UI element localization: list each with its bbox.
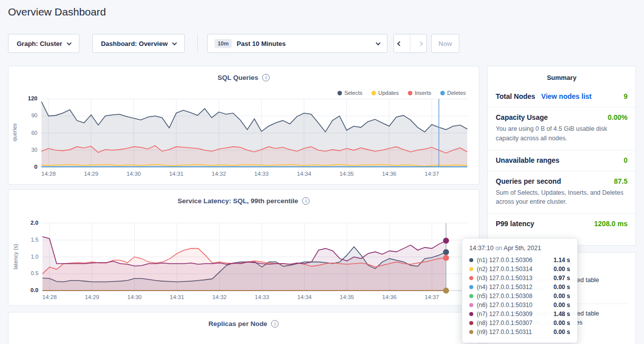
tooltip-row: (n2) 127.0.0.1:503140.00 s <box>469 265 570 274</box>
y-axis-title: latency (s) <box>12 237 18 277</box>
tooltip-node-label: (n9) 127.0.0.1:50311 <box>477 329 532 336</box>
summary-description: Sum of Selects, Updates, Inserts, and De… <box>496 188 628 207</box>
chart-title: SQL Queries <box>218 74 259 81</box>
x-axis-tick-label: 14:37 <box>417 171 447 177</box>
summary-label: Unavailable ranges <box>496 156 560 164</box>
node-dot-icon <box>469 294 473 298</box>
tooltip-node-label: (n7) 127.0.0.1:50309 <box>477 311 532 318</box>
legend-label: Deletes <box>447 90 466 96</box>
dashboard-dropdown-label: Dashboard: Overview <box>101 40 168 47</box>
summary-row: Unavailable ranges0 <box>488 150 636 171</box>
info-icon[interactable]: i <box>271 320 279 328</box>
tooltip-node-label: (n8) 127.0.0.1:50307 <box>477 320 532 327</box>
legend-dot-icon <box>371 91 376 95</box>
chart-title: Replicas per Node <box>209 320 268 328</box>
x-axis-tick-label: 14:31 <box>161 171 191 177</box>
summary-title: Summary <box>488 66 636 86</box>
chart-legend: SelectsUpdatesInsertsDeletes <box>337 90 466 96</box>
x-axis-tick-label: 14:30 <box>119 294 149 300</box>
y-axis-tick-label: 120 <box>19 95 37 101</box>
x-axis-tick-label: 14:32 <box>205 294 235 300</box>
chart-title: Service Latency: SQL, 99th percentile <box>178 197 299 205</box>
node-dot-icon <box>469 330 473 334</box>
info-icon[interactable]: i <box>262 74 270 81</box>
tooltip-row: (n6) 127.0.0.1:503100.00 s <box>469 301 570 310</box>
legend-dot-icon <box>337 91 342 95</box>
y-axis-title: queries <box>11 112 17 152</box>
summary-row-header: P99 latency1208.0 ms <box>496 220 628 228</box>
sql-queries-svg <box>41 99 467 167</box>
x-axis-tick-label: 14:35 <box>332 294 362 300</box>
x-axis-tick-label: 14:34 <box>289 171 319 177</box>
x-axis-tick-label: 14:28 <box>33 171 63 177</box>
summary-row-header: Capacity Usage0.00% <box>496 113 628 121</box>
chevron-down-icon <box>172 40 177 45</box>
legend-item-inserts[interactable]: Inserts <box>408 90 431 96</box>
prev-range-button[interactable] <box>394 34 405 52</box>
summary-value: 9 <box>624 92 628 100</box>
x-axis-tick-label: 14:37 <box>417 294 447 300</box>
chevron-down-icon <box>376 40 381 45</box>
graph-dropdown[interactable]: Graph: Cluster <box>8 34 79 53</box>
tooltip-node-value: 0.00 s <box>554 293 570 300</box>
tooltip-node-label: (n1) 127.0.0.1:50306 <box>477 257 532 264</box>
node-dot-icon <box>469 276 473 280</box>
node-dot-icon <box>469 303 473 307</box>
chart-hover-tooltip: 14:37:10 on Apr 5th, 2021 (n1) 127.0.0.1… <box>462 238 578 343</box>
legend-dot-icon <box>408 91 412 95</box>
summary-value: 87.5 <box>614 177 628 185</box>
legend-dot-icon <box>440 91 445 95</box>
sql-queries-panel: SQL Queries i SelectsUpdatesInsertsDelet… <box>8 66 479 185</box>
legend-label: Updates <box>378 90 399 96</box>
time-range-label: Past 10 Minutes <box>237 40 286 47</box>
x-axis-tick-label: 14:32 <box>204 171 234 177</box>
sql-queries-plot[interactable] <box>41 99 467 167</box>
tooltip-node-label: (n4) 127.0.0.1:50312 <box>477 284 532 291</box>
tooltip-node-value: 0.00 s <box>554 284 570 291</box>
y-axis-tick-label: 2.0 <box>20 220 38 226</box>
now-button[interactable]: Now <box>431 34 459 53</box>
summary-row-header: Unavailable ranges0 <box>496 156 628 164</box>
legend-item-deletes[interactable]: Deletes <box>440 90 466 96</box>
series-area-(n7) 127.0.0.1:50309 <box>42 237 446 291</box>
summary-value: 1208.0 ms <box>594 220 628 228</box>
summary-label: Total Nodes <box>496 92 535 100</box>
summary-row: Total NodesView nodes list9 <box>488 86 636 107</box>
x-axis-tick-label: 14:29 <box>77 294 107 300</box>
view-nodes-list-link[interactable]: View nodes list <box>541 92 592 100</box>
legend-label: Selects <box>344 90 362 96</box>
x-axis-tick-label: 14:31 <box>162 294 192 300</box>
page-title: Overview Dashboard <box>8 6 106 18</box>
toolbar-divider <box>197 34 198 53</box>
summary-row-header: Total NodesView nodes list9 <box>496 92 628 100</box>
legend-item-selects[interactable]: Selects <box>337 90 362 96</box>
overview-dashboard-page: Overview Dashboard Graph: Cluster Dashbo… <box>0 0 644 344</box>
info-icon[interactable]: i <box>302 197 310 205</box>
node-dot-icon <box>469 312 473 316</box>
legend-item-updates[interactable]: Updates <box>371 90 399 96</box>
sql-latency-plot[interactable] <box>42 223 467 291</box>
chevron-right-icon <box>418 41 423 46</box>
x-axis-tick-label: 14:30 <box>119 171 149 177</box>
next-range-button[interactable] <box>415 34 426 52</box>
dashboard-dropdown[interactable]: Dashboard: Overview <box>92 34 185 53</box>
x-axis-tick-label: 14:36 <box>374 294 404 300</box>
x-axis-tick-label: 14:35 <box>331 171 361 177</box>
y-axis-tick-label: 1.5 <box>20 237 38 243</box>
tooltip-row: (n1) 127.0.0.1:503061.14 s <box>469 256 570 265</box>
summary-label: Queries per second <box>496 177 561 185</box>
tooltip-row: (n7) 127.0.0.1:503091.48 s <box>469 310 570 319</box>
hover-dot-(n3) 127.0.0.1:50313 <box>443 255 449 261</box>
node-dot-icon <box>469 258 473 262</box>
summary-row: Capacity Usage0.00%You are using 0 B of … <box>488 107 636 150</box>
y-axis-tick-label: 60 <box>19 130 37 136</box>
hover-dot-(n1) 127.0.0.1:50306 <box>443 249 449 255</box>
time-range-badge: 10m <box>215 39 232 48</box>
tooltip-timestamp: 14:37:10 on Apr 5th, 2021 <box>469 245 570 252</box>
time-range-dropdown[interactable]: 10m Past 10 Minutes <box>207 34 387 53</box>
summary-row-header: Queries per second87.5 <box>496 177 628 185</box>
tooltip-node-label: (n3) 127.0.0.1:50313 <box>477 275 532 282</box>
summary-description: You are using 0 B of 4.5 GiB usable disk… <box>496 124 628 143</box>
hover-dot-(n9) 127.0.0.1:50311 <box>443 288 449 294</box>
node-dot-icon <box>469 285 473 289</box>
